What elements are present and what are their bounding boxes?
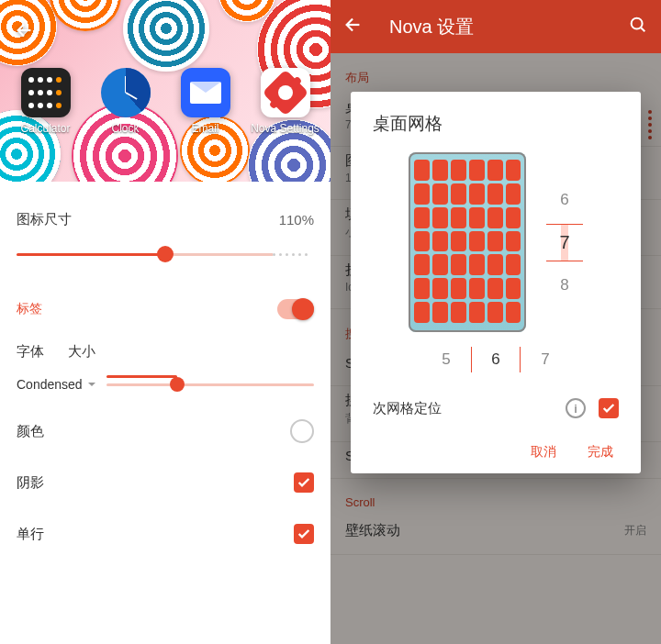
email-icon	[181, 68, 230, 117]
picker-option[interactable]: 5	[421, 347, 471, 372]
labels-section-title: 标签	[17, 301, 42, 317]
cols-picker[interactable]: 5 6 7	[373, 347, 619, 372]
size-label: 大小	[68, 343, 95, 361]
cancel-button[interactable]: 取消	[531, 444, 556, 461]
chevron-down-icon	[86, 379, 97, 390]
subgrid-checkbox[interactable]	[599, 398, 619, 418]
app-label: Email	[191, 123, 218, 135]
search-icon[interactable]	[628, 15, 648, 39]
font-dropdown[interactable]: Condensed	[17, 377, 97, 392]
single-line-label: 单行	[17, 526, 44, 543]
picker-selected[interactable]: 6	[471, 347, 521, 372]
picker-option[interactable]: 6	[560, 191, 568, 209]
desktop-grid-dialog: 桌面网格 6 7 8 5 6 7 次网格定位 i	[351, 92, 641, 473]
grid-preview	[409, 152, 526, 332]
font-dropdown-value: Condensed	[17, 377, 83, 392]
single-line-checkbox[interactable]	[294, 524, 314, 544]
picker-selected[interactable]: 7	[546, 224, 582, 261]
nova-settings-icon	[261, 68, 310, 117]
subgrid-label: 次网格定位	[373, 400, 442, 417]
back-arrow-icon[interactable]	[343, 15, 364, 39]
rows-picker[interactable]: 6 7 8	[546, 191, 582, 294]
app-calculator[interactable]: Calculator	[9, 68, 83, 135]
app-nova-settings[interactable]: Nova Settings	[249, 68, 322, 135]
shadow-checkbox[interactable]	[294, 472, 314, 493]
icon-size-slider[interactable]	[17, 240, 314, 268]
svg-point-0	[632, 18, 643, 29]
back-arrow-icon[interactable]	[15, 20, 35, 44]
labels-toggle[interactable]	[277, 299, 314, 319]
app-email[interactable]: Email	[169, 68, 242, 135]
clock-icon	[101, 68, 151, 117]
calculator-icon	[21, 68, 71, 117]
app-clock[interactable]: Clock	[89, 68, 162, 135]
picker-option[interactable]: 7	[521, 347, 570, 372]
dialog-title: 桌面网格	[373, 112, 619, 136]
done-button[interactable]: 完成	[588, 444, 613, 461]
app-label: Clock	[111, 123, 139, 135]
info-icon[interactable]: i	[566, 398, 586, 418]
font-size-slider[interactable]	[106, 375, 314, 394]
app-label: Calculator	[20, 123, 70, 135]
shadow-label: 阴影	[17, 474, 44, 492]
app-label: Nova Settings	[251, 123, 319, 135]
icon-size-label: 图标尺寸	[17, 211, 72, 228]
icon-size-value: 110%	[279, 212, 314, 228]
page-title: Nova 设置	[389, 15, 474, 39]
app-bar: Nova 设置	[330, 0, 661, 53]
color-label: 颜色	[17, 423, 44, 440]
wallpaper-preview: Calculator Clock Email Nova Settings	[0, 0, 330, 182]
font-label: 字体	[17, 343, 44, 361]
picker-option[interactable]: 8	[560, 276, 568, 294]
color-swatch[interactable]	[290, 419, 314, 443]
